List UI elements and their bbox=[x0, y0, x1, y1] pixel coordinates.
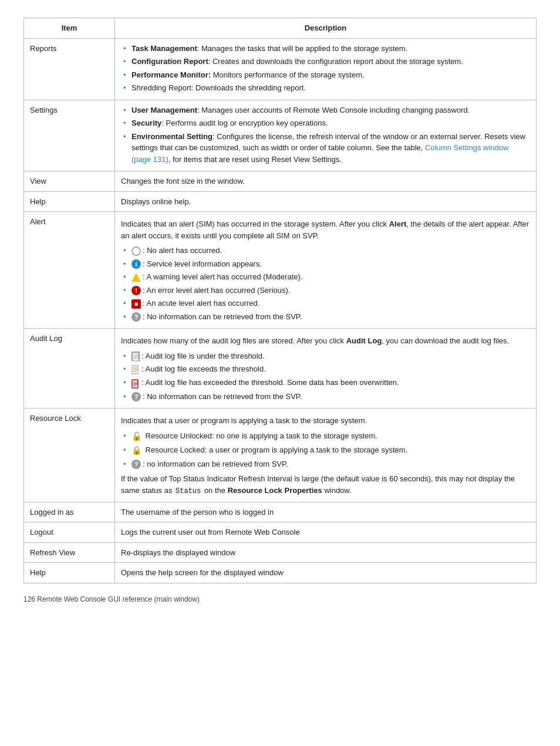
item-reports: Reports bbox=[24, 38, 115, 100]
footer-text: 126 Remote Web Console GUI reference (ma… bbox=[23, 595, 200, 603]
item-alert: Alert bbox=[24, 212, 115, 329]
desc-help: Displays online help. bbox=[115, 191, 537, 212]
warning-icon bbox=[131, 273, 141, 282]
table-row: Settings User Management: Manages user a… bbox=[24, 100, 537, 171]
list-item: Performance Monitor: Monitors performanc… bbox=[121, 69, 530, 81]
error-icon: ! bbox=[131, 286, 141, 295]
list-item: 🔓 Resource Unlocked: no one is applying … bbox=[121, 430, 530, 443]
list-item: Environmental Setting: Configures the li… bbox=[121, 131, 530, 166]
list-item: !: An error level alert has occurred (Se… bbox=[121, 285, 530, 296]
acute-icon: ■ bbox=[131, 299, 141, 309]
column-settings-link[interactable]: Column Settings window (page 131) bbox=[131, 143, 508, 164]
item-logout: Logout bbox=[24, 522, 115, 543]
desc-settings: User Management: Manages user accounts o… bbox=[115, 100, 537, 171]
no-alert-icon bbox=[131, 247, 141, 256]
item-settings: Settings bbox=[24, 100, 115, 171]
unknown-icon3: ? bbox=[131, 460, 141, 469]
item-resource-lock: Resource Lock bbox=[24, 409, 115, 502]
table-row: Help Displays online help. bbox=[24, 191, 537, 212]
desc-help2: Opens the help screen for the displayed … bbox=[115, 563, 537, 583]
list-item: ■: An acute level alert has occurred. bbox=[121, 298, 530, 309]
desc-refresh-view: Re-displays the displayed window bbox=[115, 542, 537, 563]
lock-icon: 🔒 bbox=[131, 444, 141, 457]
table-row: Resource Lock Indicates that a user or p… bbox=[24, 409, 537, 502]
desc-reports: Task Management: Manages the tasks that … bbox=[115, 38, 537, 100]
table-row: View Changes the font size in the window… bbox=[24, 171, 537, 192]
footer: 126 Remote Web Console GUI reference (ma… bbox=[23, 595, 537, 603]
list-item: Configuration Report: Creates and downlo… bbox=[121, 56, 530, 67]
table-row: Reports Task Management: Manages the tas… bbox=[24, 38, 537, 100]
desc-logged-in-as: The username of the person who is logged… bbox=[115, 502, 537, 522]
list-item: ?: No information can be retrieved from … bbox=[121, 391, 530, 403]
list-item: i: Service level information appears. bbox=[121, 258, 530, 270]
unknown-icon2: ? bbox=[131, 392, 141, 401]
desc-alert: Indicates that an alert (SIM) has occurr… bbox=[115, 212, 537, 329]
list-item: 🔒 Resource Locked: a user or program is … bbox=[121, 444, 530, 457]
header-description: Description bbox=[115, 18, 537, 39]
list-item: : Audit log file is under the threshold. bbox=[121, 350, 530, 362]
table-row: Alert Indicates that an alert (SIM) has … bbox=[24, 212, 537, 329]
table-row: Logout Logs the current user out from Re… bbox=[24, 522, 537, 543]
header-item: Item bbox=[24, 18, 115, 39]
list-item: User Management: Manages user accounts o… bbox=[121, 104, 530, 116]
item-help: Help bbox=[24, 191, 115, 212]
item-help2: Help bbox=[24, 563, 115, 583]
list-item: Security: Performs audit log or encrypti… bbox=[121, 117, 530, 129]
item-refresh-view: Refresh View bbox=[24, 542, 115, 563]
item-logged-in-as: Logged in as bbox=[24, 502, 115, 522]
doc2-icon bbox=[131, 364, 140, 376]
list-item: : Audit log file has exceeded the thresh… bbox=[121, 377, 530, 389]
list-item: Shredding Report: Downloads the shreddin… bbox=[121, 82, 530, 94]
list-item: ?: no information can be retrieved from … bbox=[121, 458, 530, 470]
item-audit-log: Audit Log bbox=[24, 329, 115, 409]
unknown-icon: ? bbox=[131, 312, 141, 322]
doc1-icon bbox=[131, 352, 140, 361]
desc-view: Changes the font size in the window. bbox=[115, 171, 537, 192]
info-icon: i bbox=[131, 259, 141, 269]
table-row: Logged in as The username of the person … bbox=[24, 502, 537, 522]
list-item: : No alert has occurred. bbox=[121, 245, 530, 256]
list-item: : A warning level alert has occurred (Mo… bbox=[121, 271, 530, 283]
table-row: Audit Log Indicates how many of the audi… bbox=[24, 329, 537, 409]
unlock-icon: 🔓 bbox=[131, 430, 141, 443]
list-item: : Audit log file exceeds the threshold. bbox=[121, 363, 530, 375]
item-view: View bbox=[24, 171, 115, 192]
main-table: Item Description Reports Task Management… bbox=[23, 18, 537, 583]
desc-logout: Logs the current user out from Remote We… bbox=[115, 522, 537, 543]
list-item: Task Management: Manages the tasks that … bbox=[121, 43, 530, 55]
table-row: Refresh View Re-displays the displayed w… bbox=[24, 542, 537, 563]
table-row: Help Opens the help screen for the displ… bbox=[24, 563, 537, 583]
doc3-icon bbox=[131, 377, 140, 389]
list-item: ?: No information can be retrieved from … bbox=[121, 311, 530, 323]
desc-audit-log: Indicates how many of the audit log file… bbox=[115, 329, 537, 409]
desc-resource-lock: Indicates that a user or program is appl… bbox=[115, 409, 537, 502]
